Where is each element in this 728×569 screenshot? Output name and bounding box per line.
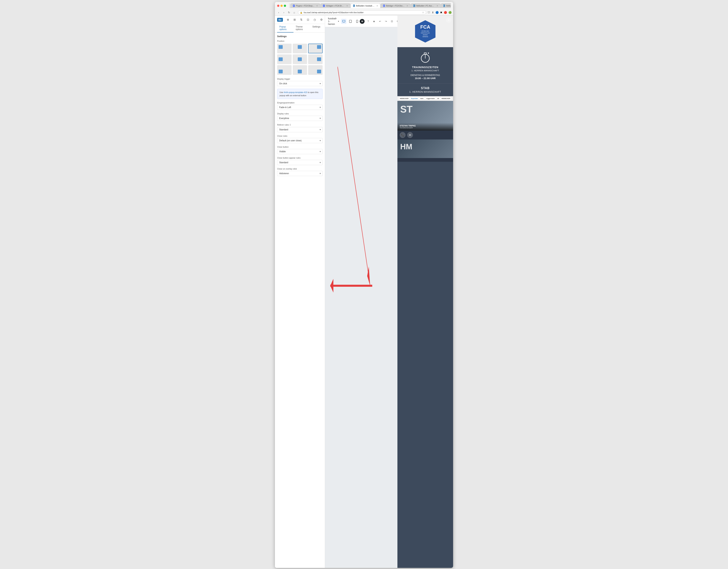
- person1-initials: ST: [400, 104, 412, 115]
- maximize-window-button[interactable]: [284, 5, 286, 7]
- sort-icon[interactable]: ⇅: [299, 17, 304, 22]
- svg-text:FCA: FCA: [420, 24, 430, 30]
- tab-label-4: Beiträge « FCA Shop — WordPress: [386, 5, 405, 7]
- position-top-center[interactable]: [293, 44, 307, 53]
- position-top-left[interactable]: [277, 44, 292, 53]
- display-trigger-select[interactable]: On click On load On exit intent On scrol…: [277, 81, 323, 86]
- person1-contact: 📞 ✉: [397, 130, 453, 139]
- popup-info-box: Use #mfn-popup-template-415 to open this…: [277, 89, 323, 99]
- home-button[interactable]: ⌂: [292, 10, 296, 15]
- layout-icon[interactable]: ⊡: [306, 17, 311, 22]
- svg-text:DEINES: DEINES: [423, 34, 428, 35]
- grid-view-icon[interactable]: ⊞: [292, 17, 297, 22]
- tab-close-1[interactable]: ✕: [316, 5, 318, 7]
- layers-icon[interactable]: ◈: [372, 19, 376, 24]
- position-top-right[interactable]: [308, 44, 323, 53]
- canvas-content[interactable]: [325, 27, 397, 568]
- color-icon: 🔴: [444, 11, 447, 14]
- close-button-appear-select[interactable]: Standard: [277, 160, 323, 165]
- close-rules-select[interactable]: Default (on user close): [277, 138, 323, 143]
- position-bot-left[interactable]: [277, 65, 292, 75]
- position-bot-right[interactable]: [308, 65, 323, 75]
- position-indicator: [317, 70, 321, 73]
- tab-label-6: BeBuilder | Jahrgangs-Test: [446, 5, 451, 7]
- email-button-1[interactable]: ✉: [407, 132, 413, 138]
- phone-button-1[interactable]: 📞: [400, 132, 406, 138]
- person1-name: STEFAN TRIPKE: [400, 125, 451, 127]
- forward-button[interactable]: ›: [282, 10, 286, 15]
- tab-popup-options[interactable]: Popup options: [277, 24, 293, 32]
- undo-icon[interactable]: ↩: [378, 19, 382, 24]
- close-button-appear-label: Close button appear rules: [277, 157, 323, 159]
- tab-favicon-4: B: [383, 5, 385, 7]
- display-rules-select[interactable]: Everytime Once Daily: [277, 116, 323, 121]
- position-bot-center[interactable]: [293, 65, 307, 75]
- close-button-select-wrapper: Visible Hidden: [277, 149, 323, 154]
- stab-subtitle: 1. HERREN-MANNSCHAFT: [401, 91, 449, 93]
- add-element-icon[interactable]: ⊕: [285, 17, 291, 22]
- stab-section: STAB 1. HERREN-MANNSCHAFT: [397, 83, 453, 96]
- page-name-selector[interactable]: fussball-1-herren ▾: [328, 17, 339, 25]
- referer-rules-select[interactable]: Standard: [277, 127, 323, 132]
- desktop-view-button[interactable]: [341, 19, 346, 24]
- preview-icon[interactable]: ⊡: [389, 19, 394, 24]
- position-mid-left[interactable]: [277, 54, 292, 64]
- person2-initials: HM: [400, 142, 412, 151]
- close-button-group: Close button Visible Hidden: [277, 146, 323, 154]
- sponsor-bam: bam.: [419, 97, 425, 100]
- close-window-button[interactable]: [277, 5, 279, 7]
- browser-window: P Plugins « FCA Shop — WordPress ✕ V Vor…: [275, 2, 453, 568]
- svg-point-6: [357, 22, 358, 22]
- tab-close-2[interactable]: ✕: [346, 5, 348, 7]
- history-icon[interactable]: ◷: [312, 17, 317, 22]
- sponsor-dh: dh: [436, 97, 440, 100]
- close-on-overlay-select-wrapper: Aktivieren Deaktivieren: [277, 171, 323, 176]
- redo-icon[interactable]: ↪: [383, 19, 388, 24]
- more-icon[interactable]: ⚙: [395, 19, 397, 24]
- position-mid-center[interactable]: [293, 54, 307, 64]
- mobile-view-button[interactable]: [355, 19, 360, 24]
- browser-tab-2[interactable]: V Vorlagen « FCA Shop — WordPress ✕: [321, 3, 350, 8]
- display-rules-label: Display rules: [277, 112, 323, 115]
- position-field-group: Position: [277, 40, 323, 75]
- referer-rules-select-wrapper: Standard: [277, 127, 323, 132]
- training-subtitle: 1. HERREN-MANNSCHAFT: [401, 69, 449, 72]
- eingangsanimation-select[interactable]: Fade-in Left Fade-in Right Fade-in Top F…: [277, 105, 323, 110]
- tablet-view-button[interactable]: [348, 19, 353, 24]
- close-on-overlay-label: Close on overlay click: [277, 168, 323, 170]
- wordpress-icon[interactable]: W: [360, 19, 365, 24]
- canvas-center-controls: fussball-1-herren ▾: [328, 17, 360, 25]
- refresh-button[interactable]: ↻: [287, 10, 291, 15]
- sponsor-expogate: ExpoGate: [410, 97, 419, 100]
- position-mid-right[interactable]: [308, 54, 323, 64]
- display-rules-select-wrapper: Everytime Once Daily: [277, 116, 323, 121]
- referer-info-icon[interactable]: ℹ: [290, 123, 291, 126]
- browser-tab-6[interactable]: Be BeBuilder | Jahrgangs-Test ✕: [441, 3, 451, 8]
- tab-theme-options[interactable]: Theme options: [293, 24, 310, 32]
- browser-tab-5[interactable]: Be BeBuilder | FC-Aschheim ✕: [411, 3, 440, 8]
- help-icon[interactable]: ?: [366, 19, 370, 24]
- preview-close-button[interactable]: ×: [446, 17, 451, 23]
- person-card-1: HEIDECKER ExpoGate bam. roggermaier dh H…: [397, 96, 453, 139]
- tab-settings[interactable]: Settings: [310, 24, 323, 32]
- close-rules-label: Close rules: [277, 135, 323, 137]
- popup-template-link[interactable]: #mfn-popup-template-415: [284, 91, 307, 93]
- tab-close-4[interactable]: ✕: [407, 5, 408, 7]
- gear-icon[interactable]: ⚙: [319, 17, 324, 22]
- tab-close-5[interactable]: ✕: [437, 5, 438, 7]
- address-bar[interactable]: 🔒 fca.isar3.de/wp-admin/post.php?post=41…: [298, 10, 426, 14]
- annotation-arrows: [325, 27, 397, 568]
- close-on-overlay-select[interactable]: Aktivieren Deaktivieren: [277, 171, 323, 176]
- browser-tab-3[interactable]: Be BeBuilder | fussball-1-herren ✕: [351, 3, 380, 8]
- addon-icon: ✖: [440, 11, 442, 14]
- close-button-select[interactable]: Visible Hidden: [277, 149, 323, 154]
- tab-close-3[interactable]: ✕: [376, 5, 378, 7]
- position-indicator: [298, 45, 302, 49]
- svg-rect-0: [342, 20, 345, 22]
- browser-tab-4[interactable]: B Beiträge « FCA Shop — WordPress ✕: [381, 3, 410, 8]
- minimize-window-button[interactable]: [280, 5, 283, 7]
- display-trigger-group: Display trigger On click On load On exit…: [277, 78, 323, 86]
- back-button[interactable]: ‹: [276, 10, 281, 15]
- browser-tab-1[interactable]: P Plugins « FCA Shop — WordPress ✕: [290, 3, 320, 8]
- bebuilder-logo: Be: [277, 18, 283, 22]
